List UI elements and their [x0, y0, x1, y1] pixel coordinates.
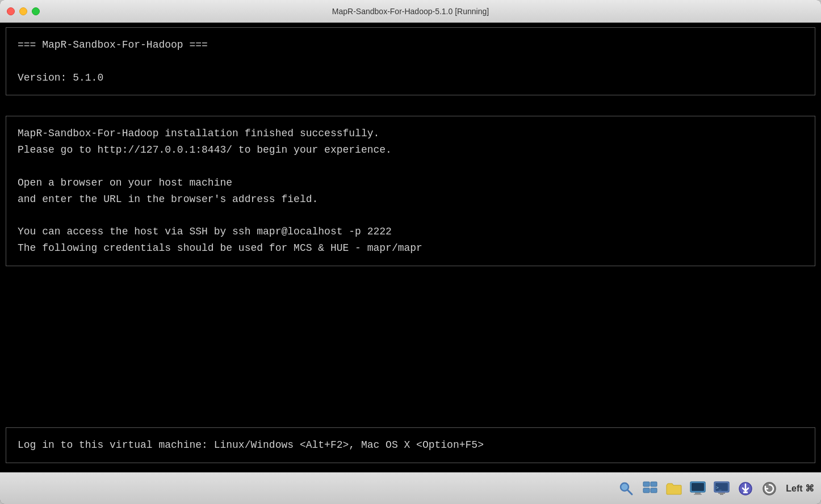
svg-rect-8 — [695, 493, 701, 494]
svg-rect-3 — [651, 482, 657, 486]
taskbar: >_ Left ⌘ — [0, 472, 821, 504]
taskbar-label: Left ⌘ — [786, 483, 814, 494]
settings-icon[interactable]: >_ — [711, 478, 732, 499]
svg-rect-4 — [643, 488, 650, 493]
folder-icon[interactable] — [663, 478, 685, 499]
title-bar: MapR-Sandbox-For-Hadoop-5.1.0 [Running] — [0, 0, 821, 23]
maximize-button[interactable] — [32, 7, 40, 15]
taskbar-icons: >_ — [615, 478, 780, 499]
terminal-text-block3: Log in to this virtual machine: Linux/Wi… — [18, 437, 803, 453]
svg-rect-16 — [743, 492, 748, 493]
close-button[interactable] — [7, 7, 15, 15]
terminal-area: === MapR-Sandbox-For-Hadoop === Version:… — [0, 23, 821, 472]
refresh-icon[interactable] — [759, 478, 780, 499]
window-title: MapR-Sandbox-For-Hadoop-5.1.0 [Running] — [332, 7, 489, 16]
spacer-2 — [0, 271, 821, 423]
svg-rect-2 — [643, 482, 650, 486]
svg-rect-9 — [694, 494, 702, 495]
svg-text:>_: >_ — [716, 485, 722, 490]
svg-rect-7 — [692, 483, 704, 491]
window: MapR-Sandbox-For-Hadoop-5.1.0 [Running] … — [0, 0, 821, 504]
window-controls — [7, 7, 40, 15]
network-icon[interactable] — [639, 478, 661, 499]
minimize-button[interactable] — [19, 7, 27, 15]
terminal-block-login: Log in to this virtual machine: Linux/Wi… — [6, 427, 815, 463]
spacer-1 — [0, 100, 821, 111]
svg-rect-5 — [651, 488, 657, 493]
svg-line-1 — [628, 490, 632, 494]
terminal-text-block1: === MapR-Sandbox-For-Hadoop === Version:… — [18, 37, 803, 86]
terminal-block-version: === MapR-Sandbox-For-Hadoop === Version:… — [6, 27, 815, 95]
terminal-text-block2: MapR-Sandbox-For-Hadoop installation fin… — [18, 125, 803, 256]
magnifier-icon[interactable] — [615, 478, 637, 499]
usb-icon[interactable] — [735, 478, 756, 499]
bottom-spacer — [0, 468, 821, 472]
terminal-block-install: MapR-Sandbox-For-Hadoop installation fin… — [6, 116, 815, 266]
monitor-icon[interactable] — [687, 478, 709, 499]
